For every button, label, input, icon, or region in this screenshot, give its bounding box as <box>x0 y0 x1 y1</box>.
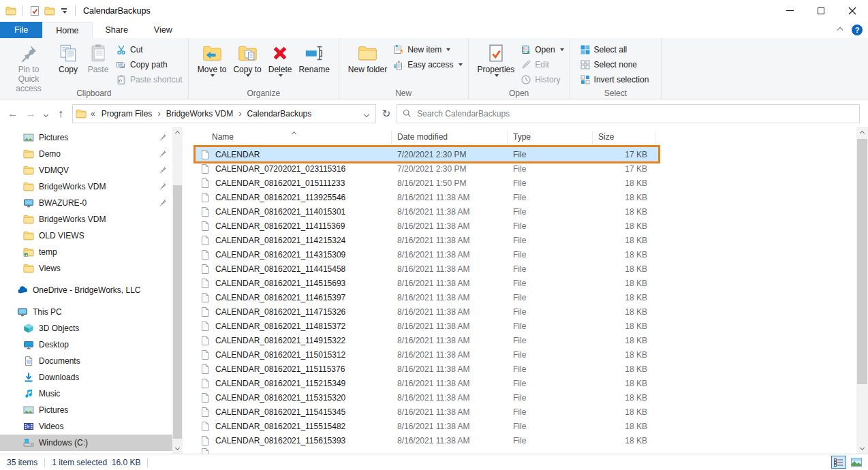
sidebar-scrollbar-thumb[interactable] <box>173 185 182 439</box>
new-folder-button[interactable]: New folder <box>345 40 390 76</box>
file-row[interactable]: CALENDAR_08162021_1140153018/16/2021 11:… <box>196 204 658 219</box>
file-row[interactable]: CALENDAR_08162021_1141153698/16/2021 11:… <box>196 219 658 233</box>
delete-button[interactable]: Delete <box>265 40 296 79</box>
file-size: 18 KB <box>593 279 653 288</box>
qat-new-folder-icon[interactable] <box>44 5 55 16</box>
history-button[interactable]: History <box>518 72 566 87</box>
file-row[interactable]: CALENDAR_08162021_1146153978/16/2021 11:… <box>196 290 658 304</box>
sidebar-item-bridgeworks-vdm[interactable]: BridgeWorks VDM <box>0 178 172 195</box>
search-box[interactable] <box>397 104 860 123</box>
file-row[interactable]: CALENDAR_08162021_1156153938/16/2021 11:… <box>196 433 658 448</box>
rename-button[interactable]: Rename <box>295 40 332 76</box>
breadcrumb-segment[interactable]: BridgeWorks VDM <box>161 109 238 119</box>
file-row[interactable]: CALENDAR_07202021_0231153167/20/2021 2:3… <box>196 161 658 176</box>
sidebar-item-old-views[interactable]: OLD VIEWS <box>0 228 172 244</box>
maximize-button[interactable] <box>805 0 837 21</box>
file-row[interactable]: CALENDAR_08162021_1151153768/16/2021 11:… <box>196 362 658 376</box>
sidebar-item-videos[interactable]: Videos <box>0 418 172 435</box>
qat-customize-icon[interactable] <box>59 4 69 18</box>
computer-icon <box>17 307 28 317</box>
column-header-size[interactable]: Size <box>593 131 655 144</box>
forward-icon[interactable]: → <box>22 108 40 120</box>
easy-access-button[interactable]: Easy access <box>390 57 465 72</box>
sidebar-item-demo[interactable]: Demo <box>0 146 172 162</box>
refresh-icon[interactable]: ↻ <box>376 104 397 123</box>
file-row[interactable]: CALENDAR_08162021_1145156938/16/2021 11:… <box>196 276 658 290</box>
sidebar-item-downloads[interactable]: Downloads <box>0 369 172 386</box>
copy-button[interactable]: Copy <box>53 40 83 76</box>
sidebar-item-pictures[interactable]: Pictures <box>0 129 172 146</box>
sidebar-item-windows-c-[interactable]: Windows (C:) <box>0 435 172 451</box>
sidebar-scrollbar[interactable] <box>172 127 183 454</box>
paste-shortcut-button[interactable]: Paste shortcut <box>113 72 185 87</box>
invert-selection-button[interactable]: Invert selection <box>577 72 652 87</box>
sidebar-item-temp[interactable]: temp <box>0 244 172 260</box>
column-header-type[interactable]: Type <box>508 131 593 144</box>
file-row[interactable]: CALENDAR_08162021_1148153728/16/2021 11:… <box>196 319 658 333</box>
tab-share[interactable]: Share <box>93 22 141 38</box>
tab-view[interactable]: View <box>141 22 185 38</box>
tab-file[interactable]: File <box>0 22 42 38</box>
up-icon[interactable]: ↑ <box>52 108 69 120</box>
cut-button[interactable]: Cut <box>113 42 185 57</box>
move-to-button[interactable]: Move to <box>194 40 230 79</box>
search-input[interactable] <box>417 109 854 119</box>
address-dropdown-icon[interactable] <box>360 109 373 119</box>
minimize-button[interactable] <box>774 0 805 21</box>
file-row[interactable]: CALENDAR_08162021_0151112338/16/2021 1:5… <box>196 176 658 190</box>
file-row[interactable]: CALENDAR_08162021_1154153458/16/2021 11:… <box>196 405 658 419</box>
tab-home[interactable]: Home <box>42 22 92 38</box>
thumbnails-view-button[interactable] <box>849 456 864 469</box>
file-icon <box>200 249 211 260</box>
sidebar-item-desktop[interactable]: Desktop <box>0 336 172 353</box>
sidebar-item-this-pc[interactable]: This PC <box>0 304 172 320</box>
open-button[interactable]: Open <box>518 42 566 57</box>
details-view-button[interactable] <box>831 456 846 469</box>
file-size: 17 KB <box>593 164 653 174</box>
copy-to-button[interactable]: Copy to <box>230 40 264 79</box>
sidebar-item-pictures[interactable]: Pictures <box>0 402 172 418</box>
pin-to-quick-access-button[interactable]: Pin to Quick access <box>4 40 53 95</box>
close-button[interactable] <box>837 0 868 21</box>
file-row[interactable]: CALENDAR_08162021_1155154828/16/2021 11:… <box>196 419 658 433</box>
new-item-button[interactable]: New item <box>390 42 465 57</box>
collapse-ribbon-icon[interactable] <box>837 27 843 33</box>
help-icon[interactable]: ? <box>852 25 863 35</box>
file-row[interactable]: CALENDAR_08162021_1144154588/16/2021 11:… <box>196 262 658 276</box>
sidebar-item-bwazure-0[interactable]: BWAZURE-0 <box>0 195 172 211</box>
sidebar-item-music[interactable]: Music <box>0 386 172 402</box>
file-row[interactable]: CALENDAR_08162021_1150153128/16/2021 11:… <box>196 347 658 362</box>
copy-path-button[interactable]: W.. Copy path <box>113 57 185 72</box>
file-row[interactable]: CALENDAR_08162021_1143153098/16/2021 11:… <box>196 247 658 262</box>
select-all-button[interactable]: Select all <box>577 42 652 57</box>
file-row[interactable]: CALENDAR_08162021_1152153498/16/2021 11:… <box>196 376 658 390</box>
sidebar-item-documents[interactable]: Documents <box>0 353 172 369</box>
file-list-scrollbar-thumb[interactable] <box>857 139 867 384</box>
sidebar-item-3d-objects[interactable]: 3D Objects <box>0 320 172 336</box>
sidebar-item-bridgeworks-vdm[interactable]: BridgeWorks VDM <box>0 211 172 228</box>
column-header-date-modified[interactable]: Date modified <box>392 131 508 144</box>
file-row[interactable]: CALENDAR7/20/2021 2:30 PMFile17 KB <box>196 147 658 161</box>
edit-button[interactable]: Edit <box>518 57 566 72</box>
address-bar[interactable]: « Program Files›BridgeWorks VDM›Calendar… <box>72 104 376 123</box>
properties-button[interactable]: Properties <box>474 40 518 79</box>
sidebar-item-vdmqv[interactable]: VDMQV <box>0 162 172 178</box>
file-row[interactable]: CALENDAR_08162021_1142153248/16/2021 11:… <box>196 233 658 247</box>
sidebar-item-onedrive-bridgeworks-llc[interactable]: OneDrive - BridgeWorks, LLC <box>0 282 172 298</box>
file-row-partial[interactable] <box>196 448 658 454</box>
file-list-scrollbar[interactable] <box>856 127 868 454</box>
select-none-button[interactable]: Select none <box>577 57 652 72</box>
breadcrumb-segment[interactable]: Program Files <box>97 109 157 119</box>
qat-properties-icon[interactable] <box>29 5 40 16</box>
breadcrumb-collapse[interactable]: « <box>87 109 97 119</box>
sidebar-item-views[interactable]: Views <box>0 260 172 277</box>
paste-button[interactable]: Paste <box>83 40 113 76</box>
breadcrumb-segment[interactable]: CalendarBackups <box>243 109 317 119</box>
recent-locations-icon[interactable] <box>40 109 52 119</box>
file-row[interactable]: CALENDAR_08162021_1153153208/16/2021 11:… <box>196 390 658 405</box>
back-icon[interactable]: ← <box>4 108 22 120</box>
file-row[interactable]: CALENDAR_08162021_1139255468/16/2021 11:… <box>196 190 658 204</box>
file-type: File <box>508 279 593 288</box>
file-row[interactable]: CALENDAR_08162021_1147153268/16/2021 11:… <box>196 304 658 319</box>
file-row[interactable]: CALENDAR_08162021_1149153228/16/2021 11:… <box>196 333 658 347</box>
